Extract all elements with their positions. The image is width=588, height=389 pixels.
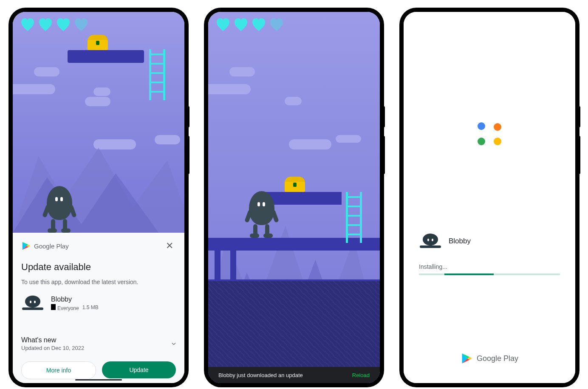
app-name: Blobby (449, 237, 471, 245)
cloud (208, 84, 251, 94)
blobby-character (42, 186, 76, 233)
progress-bar (419, 273, 560, 275)
phone-mockup-1: Google Play ✕ Update available To use th… (9, 8, 188, 386)
heart-icon (251, 17, 267, 33)
svg-marker-0 (13, 148, 184, 233)
chevron-down-icon: › (170, 342, 179, 345)
esrb-icon (51, 304, 56, 310)
hearts-indicator (20, 17, 89, 33)
loading-dots (478, 122, 501, 145)
install-app-row: Blobby (419, 233, 560, 250)
chest-icon (88, 35, 108, 50)
update-bottom-sheet: Google Play ✕ Update available To use th… (13, 233, 184, 383)
app-rating: Everyone 1.5 MB (51, 304, 99, 311)
platform (68, 50, 144, 63)
install-status: Installing... (419, 263, 560, 270)
ladder (149, 49, 165, 100)
cloud (285, 97, 302, 105)
phone-mockup-2: Blobby just downloaded an update Reload (205, 8, 383, 386)
heart-icon (233, 17, 249, 33)
heart-icon (73, 17, 89, 33)
chest-icon (285, 177, 305, 192)
blobby-character (245, 191, 279, 238)
close-icon[interactable]: ✕ (163, 240, 176, 251)
whats-new-row[interactable]: What's new Updated on Dec 10, 2022 › (21, 328, 176, 351)
cloud (93, 87, 110, 96)
sheet-title: Update available (21, 262, 176, 273)
cloud (155, 135, 180, 144)
platform (208, 238, 336, 251)
heart-icon (215, 17, 231, 33)
app-name: Blobby (51, 296, 99, 303)
snackbar-message: Blobby just downloaded an update (218, 372, 303, 378)
cloud (13, 84, 55, 94)
reload-button[interactable]: Reload (352, 372, 370, 378)
game-area: Blobby just downloaded an update Reload (208, 12, 380, 383)
dot-icon (494, 138, 501, 145)
dot-icon (478, 122, 485, 130)
app-size: 1.5 MB (82, 304, 99, 310)
game-area (13, 12, 184, 233)
cloud (289, 139, 331, 149)
whats-new-title: What's new (21, 336, 84, 344)
screen-installing: Blobby Installing... Google Play (404, 12, 575, 383)
cloud (85, 97, 110, 106)
google-play-icon (21, 241, 31, 251)
pillar (230, 251, 236, 281)
app-icon (21, 295, 44, 312)
heart-icon (20, 17, 36, 33)
svg-marker-1 (13, 173, 158, 233)
mountains-bg (13, 114, 184, 233)
google-play-brand: Google Play (21, 241, 69, 251)
home-indicator[interactable] (75, 379, 122, 381)
rating-label: Everyone (57, 305, 79, 311)
more-info-button[interactable]: More info (21, 361, 96, 379)
cloud (336, 135, 361, 143)
whats-new-date: Updated on Dec 10, 2022 (21, 345, 84, 351)
cloud (34, 67, 59, 76)
app-icon (419, 233, 442, 250)
screen-update-available: Google Play ✕ Update available To use th… (13, 12, 184, 383)
google-play-icon (461, 352, 472, 364)
dot-icon (494, 123, 501, 131)
brand-label: Google Play (34, 242, 69, 250)
heart-icon (55, 17, 71, 33)
ladder (346, 192, 362, 243)
screen-snackbar: Blobby just downloaded an update Reload (208, 12, 380, 383)
heart-icon (269, 17, 285, 33)
update-button[interactable]: Update (102, 361, 176, 378)
pillar (215, 251, 220, 281)
hearts-indicator (215, 17, 285, 33)
phone-mockup-3: Blobby Installing... Google Play (400, 8, 579, 386)
snackbar: Blobby just downloaded an update Reload (208, 367, 380, 383)
heart-icon (37, 17, 54, 33)
cloud (93, 139, 136, 149)
sheet-subtitle: To use this app, download the latest ver… (21, 279, 176, 285)
app-info-row: Blobby Everyone 1.5 MB (21, 295, 176, 312)
cloud (229, 67, 255, 76)
brand-label: Google Play (477, 354, 518, 363)
google-play-footer: Google Play (461, 352, 518, 364)
dot-icon (478, 138, 485, 145)
